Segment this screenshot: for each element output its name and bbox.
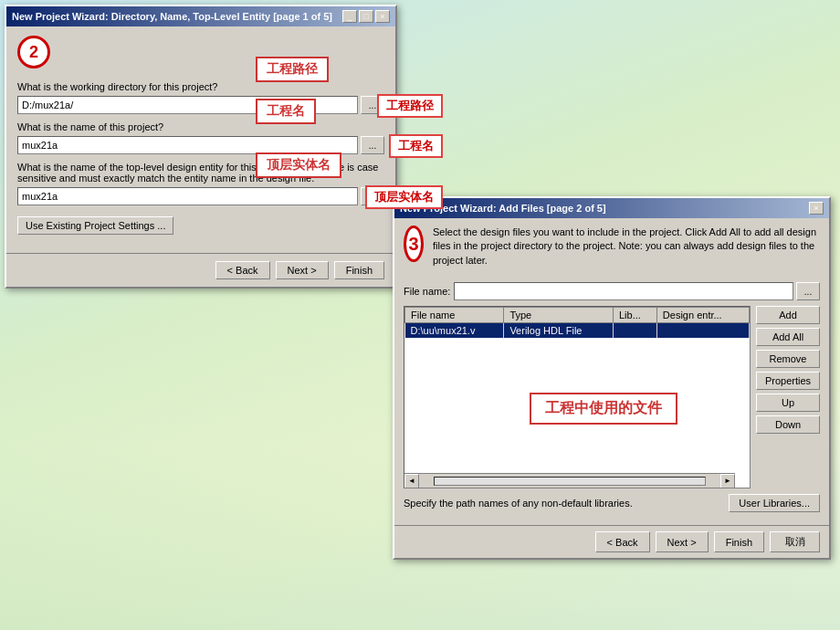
libraries-row: Specify the path names of any non-defaul…: [404, 494, 820, 512]
q2-label: What is the name of this project?: [17, 121, 384, 132]
scroll-right-arrow[interactable]: ►: [720, 474, 735, 488]
lib-label: Specify the path names of any non-defaul…: [404, 498, 633, 509]
dialog1-nav: < Back Next > Finish: [6, 253, 395, 287]
add-all-button[interactable]: Add All: [756, 328, 820, 346]
dialog1-next-button[interactable]: Next >: [276, 261, 329, 279]
dialog1-back-button[interactable]: < Back: [215, 261, 270, 279]
file-browse-button[interactable]: ...: [796, 282, 820, 300]
file-table: File name Type Lib... Design entr... D:\…: [404, 307, 750, 338]
dialog1-close-button[interactable]: ×: [375, 10, 390, 23]
file-input[interactable]: [454, 282, 793, 300]
dialog1-finish-button[interactable]: Finish: [334, 261, 384, 279]
dialog2-controls: ×: [809, 202, 824, 215]
file-action-buttons: Add Add All Remove Properties Up Down: [756, 306, 820, 434]
annot-name-text: 工程名: [267, 103, 305, 118]
table-scrollbar[interactable]: ◄ ►: [404, 473, 735, 488]
annot-files-box: 工程中使用的文件: [530, 393, 677, 425]
scrollbar-track[interactable]: [434, 477, 706, 486]
file-label: File name:: [404, 286, 450, 297]
up-button[interactable]: Up: [756, 394, 820, 412]
annot-path-text: 工程路径: [267, 61, 318, 76]
dialog1-body: 2 What is the working directory for this…: [6, 26, 395, 244]
dialog2-close-button[interactable]: ×: [809, 202, 824, 215]
dialog2-description: Select the design files you want to incl…: [433, 226, 820, 268]
working-dir-row: ... 工程路径: [17, 96, 384, 114]
annot-files-text: 工程中使用的文件: [545, 400, 662, 415]
dialog2-new-project-wizard-page2: New Project Wizard: Add Files [page 2 of…: [393, 196, 831, 560]
cell-lib: [613, 323, 656, 339]
dialog2-next-button[interactable]: Next >: [656, 531, 709, 552]
cell-filename: D:\uu\mux21.v: [405, 323, 504, 339]
step2-circle: 2: [17, 36, 50, 68]
col-filename: File name: [405, 308, 504, 323]
file-input-row: File name: ...: [404, 282, 820, 300]
remove-button[interactable]: Remove: [756, 350, 820, 368]
annotation-entity: 顶层实体名: [365, 185, 443, 209]
col-type: Type: [504, 308, 614, 323]
dialog1-maximize-button[interactable]: □: [359, 10, 373, 23]
dialog2-finish-button[interactable]: Finish: [714, 531, 764, 552]
add-button[interactable]: Add: [756, 306, 820, 324]
user-libraries-button[interactable]: User Libraries...: [729, 494, 820, 512]
dialog2-nav: < Back Next > Finish 取消: [394, 525, 829, 558]
dialog1-title: New Project Wizard: Directory, Name, Top…: [12, 11, 332, 22]
properties-button[interactable]: Properties: [756, 372, 820, 390]
top-entity-input[interactable]: [17, 187, 358, 205]
step3-circle: 3: [404, 226, 424, 262]
col-lib: Lib...: [613, 308, 656, 323]
table-row[interactable]: D:\uu\mux21.v Verilog HDL File: [405, 323, 750, 339]
annot-entity-box: 顶层实体名: [256, 152, 341, 178]
existing-settings-button[interactable]: Use Existing Project Settings ...: [17, 216, 173, 235]
col-design: Design entr...: [656, 308, 749, 323]
annot-path-box: 工程路径: [256, 57, 329, 82]
top-entity-row: ... 顶层实体名: [17, 187, 384, 205]
dialog1-new-project-wizard-page1: New Project Wizard: Directory, Name, Top…: [5, 5, 397, 289]
project-name-row: ... 工程名: [17, 136, 384, 154]
dialog2-body: 3 Select the design files you want to in…: [394, 218, 829, 520]
q1-label: What is the working directory for this p…: [17, 81, 384, 92]
scroll-left-arrow[interactable]: ◄: [404, 474, 419, 488]
dialog2-back-button[interactable]: < Back: [595, 531, 650, 552]
project-name-browse-button[interactable]: ...: [361, 136, 384, 154]
file-table-header: File name Type Lib... Design entr...: [405, 308, 750, 323]
project-name-input[interactable]: [17, 136, 358, 154]
annotation-name: 工程名: [389, 134, 443, 158]
dialog1-controls: _ □ ×: [342, 10, 390, 23]
dialog2-cancel-button[interactable]: 取消: [770, 531, 820, 552]
annot-entity-text: 顶层实体名: [267, 157, 331, 172]
dialog1-titlebar: New Project Wizard: Directory, Name, Top…: [6, 6, 395, 26]
dialog2-titlebar: New Project Wizard: Add Files [page 2 of…: [394, 198, 829, 218]
down-button[interactable]: Down: [756, 415, 820, 434]
cell-type: Verilog HDL File: [504, 323, 614, 339]
annot-name-box: 工程名: [256, 99, 316, 124]
dialog1-minimize-button[interactable]: _: [342, 10, 357, 23]
cell-design: [656, 323, 749, 339]
annotation-path: 工程路径: [377, 94, 443, 118]
